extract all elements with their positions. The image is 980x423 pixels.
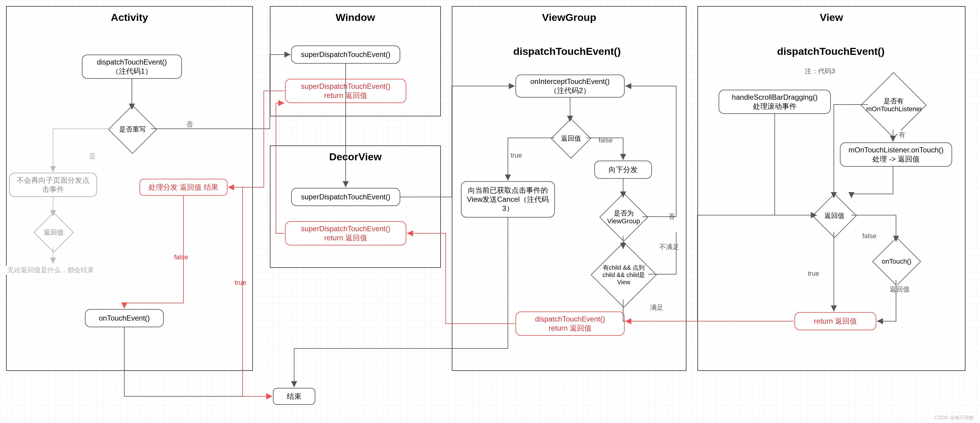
lane-title-window: Window — [270, 7, 440, 26]
label-override-no: 否 — [185, 120, 194, 129]
view-true: true — [807, 270, 821, 277]
view-false: false — [861, 232, 878, 240]
view-ontouchlistener: mOnTouchListener.onTouch() 处理 -> 返回值 — [840, 143, 952, 167]
view-return-red: return 返回值 — [794, 312, 876, 330]
vg-not-satisfy: 不满足 — [658, 242, 681, 252]
label-true: true — [234, 279, 247, 287]
view-title: dispatchTouchEvent() — [755, 46, 907, 57]
view-has: 有 — [897, 130, 907, 139]
activity-no-dispatch: 不会再向子页面分发点击事件 — [9, 173, 97, 197]
vg-satisfy: 满足 — [649, 303, 665, 312]
vg-return-red: dispatchTouchEvent() return 返回值 — [515, 312, 625, 336]
vg-true: true — [509, 152, 523, 159]
lane-decor: DecorView — [270, 146, 441, 268]
vg-no: 否 — [667, 212, 676, 221]
activity-dispatch: dispatchTouchEvent() （注代码1） — [82, 55, 182, 79]
decor-return: superDispatchTouchEvent() return 返回值 — [285, 221, 406, 246]
window-super-dispatch: superDispatchTouchEvent() — [291, 46, 400, 63]
vg-down: 向下分发 — [594, 161, 652, 179]
watermark: CSDN @俺不理解 — [934, 415, 974, 421]
vg-cancel: 向当前已获取点击事件的View发送Cancel（注代码3） — [461, 181, 555, 217]
lane-title-viewgroup: ViewGroup — [452, 7, 686, 26]
vg-intercept: onInterceptTouchEvent() （注代码2） — [515, 74, 625, 98]
view-scroll: handleScrollBarDragging() 处理滚动事件 — [719, 90, 831, 114]
view-return-label: 返回值 — [888, 285, 911, 294]
lane-title-decor: DecorView — [270, 146, 440, 165]
decor-super-dispatch: superDispatchTouchEvent() — [291, 188, 400, 206]
label-override-yes: 是 — [88, 152, 97, 161]
end-node: 结束 — [273, 388, 315, 405]
lane-title-view: View — [698, 7, 965, 26]
activity-ontouch: onTouchEvent() — [85, 309, 164, 327]
activity-handle-dispatch: 处理分发 返回值 结果 — [140, 179, 228, 196]
vg-false: false — [597, 136, 614, 144]
label-false: false — [173, 253, 189, 261]
vg-title: dispatchTouchEvent() — [485, 46, 649, 57]
window-return: superDispatchTouchEvent() return 返回值 — [285, 79, 406, 103]
any-return-end: 无论返回值是什么，都会结束 — [6, 265, 95, 274]
lane-title-activity: Activity — [7, 7, 252, 26]
view-note3: 注：代码3 — [803, 67, 836, 76]
